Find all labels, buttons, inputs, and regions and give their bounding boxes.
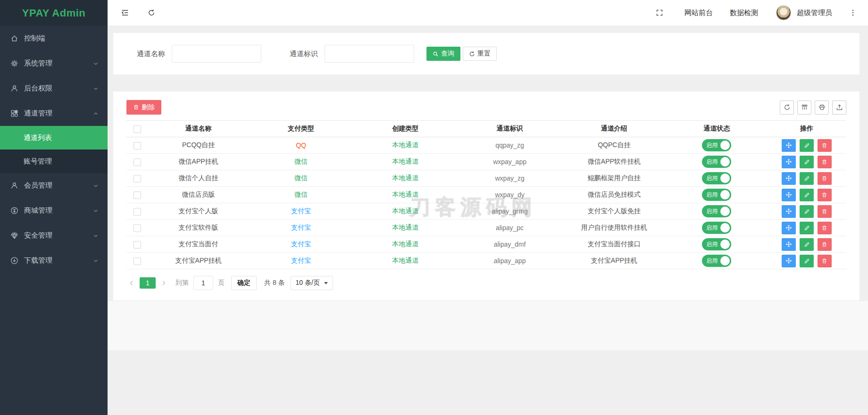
- row-checkbox[interactable]: [134, 142, 141, 149]
- delete-row-button[interactable]: [818, 205, 832, 218]
- toggle-knob: [720, 223, 730, 232]
- status-toggle-label: 启用: [706, 141, 718, 149]
- menu-fold-icon[interactable]: [117, 5, 133, 21]
- status-toggle[interactable]: 启用: [702, 139, 731, 151]
- delete-row-button[interactable]: [818, 222, 832, 234]
- cell-desc: 微信店员免挂模式: [562, 187, 666, 203]
- delete-row-button[interactable]: [818, 255, 832, 267]
- page-size-value: 10 条/页: [296, 279, 320, 287]
- next-page-icon[interactable]: [159, 277, 169, 289]
- edit-button[interactable]: [800, 139, 814, 152]
- chevron-down-icon: [92, 257, 99, 264]
- sidebar-item-console[interactable]: 控制端: [0, 26, 108, 51]
- edit-button[interactable]: [800, 189, 814, 201]
- move-button[interactable]: [782, 156, 796, 168]
- toggle-knob: [720, 190, 730, 199]
- move-button[interactable]: [782, 172, 796, 185]
- move-button[interactable]: [782, 238, 796, 251]
- page-size-select[interactable]: 10 条/页: [291, 276, 333, 290]
- status-toggle[interactable]: 启用: [702, 238, 731, 250]
- move-button[interactable]: [782, 189, 796, 201]
- row-checkbox[interactable]: [134, 208, 141, 216]
- status-toggle[interactable]: 启用: [702, 172, 731, 184]
- move-button[interactable]: [782, 255, 796, 267]
- cell-desc: 支付宝个人版免挂: [562, 203, 666, 220]
- delete-row-button[interactable]: [818, 139, 832, 152]
- move-button[interactable]: [782, 139, 796, 152]
- confirm-page-button[interactable]: 确定: [231, 276, 257, 290]
- status-toggle[interactable]: 启用: [702, 189, 731, 201]
- select-all-checkbox[interactable]: [134, 125, 141, 133]
- table-toolbar: 删除: [126, 100, 846, 115]
- prev-page-icon[interactable]: [126, 277, 137, 289]
- sidebar-item-admin-auth[interactable]: 后台权限: [0, 76, 108, 101]
- status-toggle-label: 启用: [706, 241, 718, 249]
- gear-icon: [10, 59, 18, 67]
- home-icon: [10, 34, 18, 42]
- fullscreen-icon[interactable]: [651, 5, 668, 21]
- nav-link-frontend[interactable]: 网站前台: [684, 8, 713, 17]
- top-navbar: 网站前台 数据检测 超级管理员: [108, 0, 868, 26]
- cell-desc: 微信APP软件挂机: [562, 154, 666, 170]
- table-row: 支付宝个人版 支付宝 本地通道 alipay_grmg 支付宝个人版免挂 启用: [126, 203, 846, 220]
- download-circle-icon: [10, 257, 18, 265]
- row-checkbox[interactable]: [134, 175, 141, 183]
- move-button[interactable]: [782, 222, 796, 234]
- delete-row-button[interactable]: [818, 172, 832, 185]
- row-checkbox[interactable]: [134, 191, 141, 199]
- edit-button[interactable]: [800, 172, 814, 185]
- row-checkbox[interactable]: [134, 257, 141, 265]
- reset-button[interactable]: 重置: [463, 47, 497, 61]
- sidebar-item-download[interactable]: 下载管理: [0, 248, 108, 273]
- status-toggle[interactable]: 启用: [702, 156, 731, 168]
- yen-circle-icon: [10, 207, 18, 215]
- sidebar-item-system[interactable]: 系统管理: [0, 51, 108, 76]
- search-button[interactable]: 查询: [426, 47, 460, 61]
- edit-button[interactable]: [800, 255, 814, 267]
- channel-code-input[interactable]: [325, 45, 414, 63]
- toggle-knob: [720, 240, 730, 249]
- print-icon[interactable]: [815, 100, 829, 115]
- sidebar-item-channel[interactable]: 通道管理: [0, 101, 108, 126]
- username[interactable]: 超级管理员: [797, 8, 832, 17]
- sidebar-item-channel-list[interactable]: 通道列表: [0, 126, 108, 149]
- refresh-icon[interactable]: [143, 5, 159, 21]
- status-toggle-label: 启用: [706, 158, 718, 166]
- delete-button[interactable]: 删除: [126, 100, 161, 115]
- col-operations: 操作: [767, 121, 846, 137]
- edit-button[interactable]: [800, 222, 814, 234]
- delete-row-button[interactable]: [818, 189, 832, 201]
- sidebar-item-account-manage[interactable]: 账号管理: [0, 149, 108, 173]
- move-button[interactable]: [782, 205, 796, 218]
- page-number-input[interactable]: [193, 276, 213, 290]
- edit-button[interactable]: [800, 156, 814, 168]
- more-vertical-icon[interactable]: [848, 8, 858, 17]
- current-page-button[interactable]: 1: [140, 277, 156, 289]
- row-checkbox[interactable]: [134, 158, 141, 166]
- edit-button[interactable]: [800, 205, 814, 218]
- status-toggle[interactable]: 启用: [702, 222, 731, 234]
- delete-row-button[interactable]: [818, 238, 832, 251]
- delete-row-button[interactable]: [818, 156, 832, 168]
- cell-pay-type: 微信: [249, 170, 353, 187]
- trash-icon: [821, 241, 827, 248]
- export-icon[interactable]: [832, 100, 846, 115]
- status-toggle[interactable]: 启用: [702, 205, 731, 217]
- row-checkbox[interactable]: [134, 241, 141, 249]
- row-checkbox[interactable]: [134, 224, 141, 232]
- cell-create-type: 本地通道: [353, 236, 458, 253]
- channel-name-input[interactable]: [172, 45, 261, 63]
- avatar[interactable]: [776, 5, 791, 20]
- toggle-knob: [720, 157, 730, 166]
- table-refresh-icon[interactable]: [780, 100, 794, 115]
- sidebar-item-security[interactable]: 安全管理: [0, 223, 108, 248]
- content-footer-band: [108, 300, 868, 350]
- table-row: 支付宝APP挂机 支付宝 本地通道 alipay_app 支付宝APP挂机 启用: [126, 253, 846, 269]
- nav-link-datacheck[interactable]: 数据检测: [730, 8, 758, 17]
- columns-icon[interactable]: [797, 100, 811, 115]
- edit-button[interactable]: [800, 238, 814, 251]
- sidebar-item-mall[interactable]: 商城管理: [0, 198, 108, 223]
- status-toggle-label: 启用: [706, 174, 718, 183]
- sidebar-item-member[interactable]: 会员管理: [0, 173, 108, 198]
- status-toggle[interactable]: 启用: [702, 255, 731, 267]
